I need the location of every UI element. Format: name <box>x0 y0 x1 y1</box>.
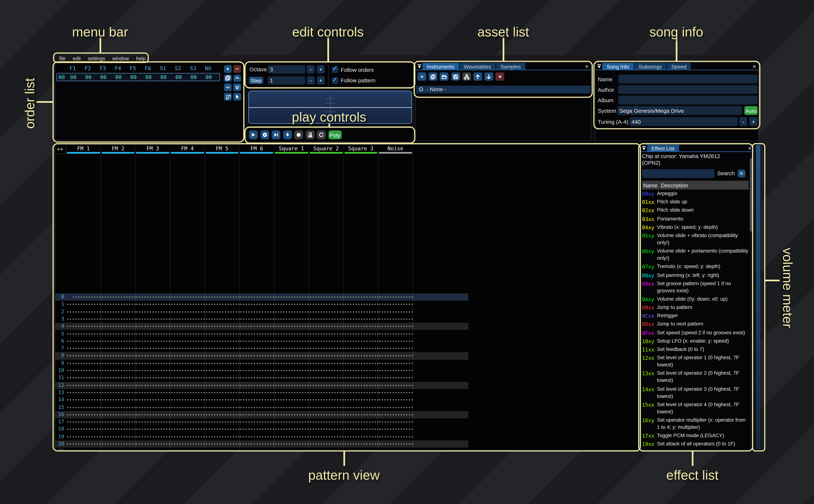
pattern-cell[interactable] <box>101 411 136 418</box>
open-button[interactable] <box>440 72 449 81</box>
pattern-cell[interactable] <box>240 360 274 367</box>
pattern-cell[interactable] <box>378 352 413 360</box>
pattern-cell[interactable] <box>136 360 170 367</box>
collapse-button[interactable] <box>416 63 423 70</box>
pattern-cell[interactable] <box>344 345 378 352</box>
pattern-cell[interactable] <box>378 440 413 448</box>
pattern-cell[interactable] <box>136 345 170 352</box>
pattern-cell[interactable] <box>344 396 378 404</box>
author-field[interactable] <box>618 85 758 94</box>
pattern-cell[interactable] <box>240 337 274 345</box>
pattern-cell[interactable] <box>205 382 240 389</box>
pattern-cell[interactable] <box>309 293 343 301</box>
pattern-cell[interactable] <box>309 360 343 367</box>
pattern-cell[interactable] <box>344 448 378 450</box>
pattern-cell[interactable] <box>309 433 343 440</box>
pattern-cell[interactable] <box>344 352 378 360</box>
repeat-pattern-button[interactable] <box>317 130 326 139</box>
save-button[interactable] <box>451 72 460 81</box>
pattern-cell[interactable] <box>136 316 170 323</box>
pattern-cell[interactable] <box>378 293 413 301</box>
pattern-cell[interactable] <box>378 316 413 323</box>
play-from-cursor-button[interactable] <box>271 130 280 139</box>
pattern-cell[interactable] <box>378 433 413 440</box>
pattern-cell[interactable] <box>66 440 101 448</box>
pattern-cell[interactable] <box>240 433 274 440</box>
pattern-cell[interactable] <box>66 301 101 308</box>
pattern-cell[interactable] <box>309 367 343 374</box>
menu-file[interactable]: file <box>59 56 66 61</box>
close-icon[interactable]: × <box>583 63 591 70</box>
pattern-cell[interactable] <box>136 448 170 450</box>
pattern-cell[interactable] <box>240 301 274 308</box>
pattern-cell[interactable] <box>66 316 101 323</box>
pattern-cell[interactable] <box>344 337 378 345</box>
pattern-cell[interactable] <box>136 411 170 418</box>
pattern-cell[interactable] <box>101 330 136 338</box>
channel-header-square-1[interactable]: Square 1 <box>274 145 309 154</box>
pattern-cell[interactable] <box>170 367 205 374</box>
octave-decrement-button[interactable]: - <box>307 65 315 74</box>
toggle-folders-button[interactable] <box>462 72 471 81</box>
pattern-cell[interactable] <box>344 374 378 382</box>
order-value[interactable]: 00 <box>201 74 216 80</box>
tab-subsongs[interactable]: Subsongs <box>634 63 666 70</box>
channel-header-noise[interactable]: Noise <box>378 145 413 154</box>
pattern-cell[interactable] <box>344 426 378 433</box>
scrollbar[interactable] <box>750 153 753 448</box>
pattern-cell[interactable] <box>309 404 343 411</box>
menu-edit[interactable]: edit <box>73 56 81 61</box>
pattern-cell[interactable] <box>66 396 101 404</box>
pattern-cell[interactable] <box>205 418 240 426</box>
pattern-cell[interactable] <box>378 411 413 418</box>
duplicate-button[interactable] <box>224 74 231 82</box>
pattern-cell[interactable] <box>66 352 101 360</box>
pattern-cell[interactable] <box>136 426 170 433</box>
pattern-cell[interactable] <box>274 352 309 360</box>
pattern-cell[interactable] <box>66 389 101 396</box>
pattern-cell[interactable] <box>378 418 413 426</box>
metronome-button[interactable] <box>305 130 314 139</box>
pattern-cell[interactable] <box>136 352 170 360</box>
effect-search-input[interactable] <box>642 169 715 178</box>
pattern-cell[interactable] <box>378 374 413 382</box>
add-button[interactable]: + <box>224 65 231 73</box>
pattern-cell[interactable] <box>240 440 274 448</box>
pattern-cell[interactable] <box>344 433 378 440</box>
pattern-cell[interactable] <box>309 448 343 450</box>
pattern-cell[interactable] <box>101 433 136 440</box>
pattern-cell[interactable] <box>309 345 343 352</box>
pattern-cell[interactable] <box>274 345 309 352</box>
channel-header-fm-6[interactable]: FM 6 <box>240 145 274 154</box>
pattern-expand-button[interactable]: ++ <box>55 145 66 154</box>
pattern-cell[interactable] <box>240 352 274 360</box>
pattern-cell[interactable] <box>101 352 136 360</box>
pattern-cell[interactable] <box>205 404 240 411</box>
channel-header-fm-5[interactable]: FM 5 <box>205 145 240 154</box>
pattern-cell[interactable] <box>240 382 274 389</box>
pattern-cell[interactable] <box>378 382 413 389</box>
pattern-cell[interactable] <box>309 440 343 448</box>
pattern-cell[interactable] <box>240 448 274 450</box>
pattern-cell[interactable] <box>240 293 274 301</box>
channel-header-square-2[interactable]: Square 2 <box>309 145 343 154</box>
pattern-cell[interactable] <box>274 448 309 450</box>
pattern-cell[interactable] <box>136 440 170 448</box>
pattern-cell[interactable] <box>274 301 309 308</box>
pattern-cell[interactable] <box>274 433 309 440</box>
pattern-cell[interactable] <box>66 382 101 389</box>
pattern-cell[interactable] <box>309 323 343 330</box>
pattern-cell[interactable] <box>274 360 309 367</box>
pattern-cell[interactable] <box>66 374 101 382</box>
pattern-cell[interactable] <box>66 345 101 352</box>
pattern-cell[interactable] <box>378 404 413 411</box>
order-row[interactable]: 00 00000000000000000000 <box>56 73 220 81</box>
pattern-cell[interactable] <box>344 389 378 396</box>
pattern-cell[interactable] <box>378 426 413 433</box>
pattern-cell[interactable] <box>274 308 309 316</box>
pattern-cell[interactable] <box>240 426 274 433</box>
pattern-cell[interactable] <box>309 352 343 360</box>
pattern-cell[interactable] <box>309 418 343 426</box>
pattern-cell[interactable] <box>170 293 205 301</box>
remove-button[interactable]: − <box>233 65 241 73</box>
